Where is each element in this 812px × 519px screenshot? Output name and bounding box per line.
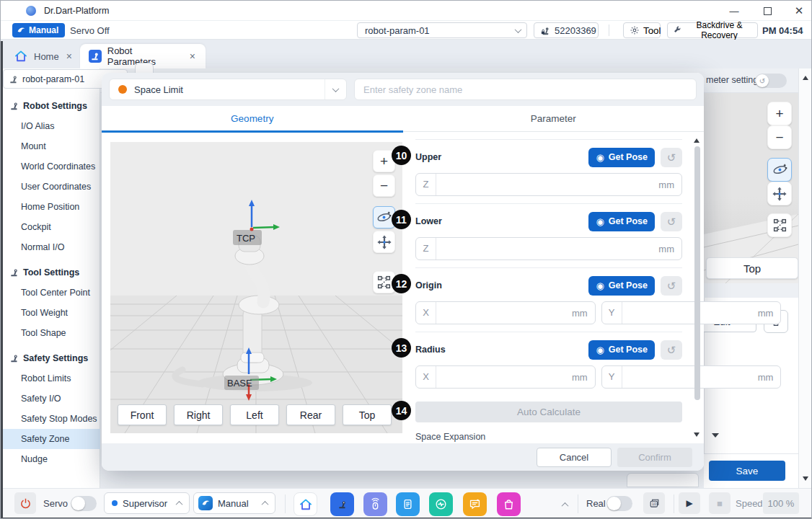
statusbar-divider <box>578 494 578 513</box>
scroll-down-icon[interactable] <box>803 476 808 484</box>
real-toggle[interactable] <box>606 496 632 511</box>
tool-button[interactable]: Tool <box>623 22 661 38</box>
reset-icon[interactable]: ↺ <box>661 148 682 167</box>
zone-form: 10Upper◉Get Pose↺Zmm11Lower◉Get Pose↺Zmm… <box>405 132 692 443</box>
get-pose-button[interactable]: ◉Get Pose <box>588 212 655 231</box>
sidebar-item-safety-i-o[interactable]: Safety I/O <box>1 389 100 409</box>
tab-home[interactable]: Home× <box>5 44 77 68</box>
origin-y-input[interactable] <box>622 308 758 319</box>
cancel-button[interactable]: Cancel <box>537 448 612 467</box>
panel-view-top-button[interactable]: Top <box>706 257 798 279</box>
zoom-out-button[interactable]: − <box>373 174 395 197</box>
close-button[interactable]: ✕ <box>787 1 811 20</box>
sidebar-item-user-coordinates[interactable]: User Coordinates <box>1 177 100 197</box>
backdrive-recovery-button[interactable]: Backdrive & Recovery <box>667 22 758 38</box>
dock-home-icon[interactable] <box>294 492 317 516</box>
reset-icon[interactable]: ↺ <box>661 340 682 360</box>
reset-icon[interactable]: ↺ <box>661 212 682 231</box>
view-front-button[interactable]: Front <box>118 404 167 425</box>
main-scrollbar[interactable] <box>798 68 812 488</box>
scroll-up-icon[interactable] <box>803 73 808 80</box>
dock-monitor-icon[interactable] <box>429 492 453 516</box>
sidebar-item-home-position[interactable]: Home Position <box>1 197 100 217</box>
zone-name-input[interactable] <box>354 79 697 100</box>
settings-toggle[interactable]: ↺ <box>755 74 787 88</box>
panel-orbit-button[interactable] <box>767 158 792 182</box>
servo-label: Servo <box>43 498 68 509</box>
reset-icon[interactable]: ↺ <box>661 276 682 296</box>
sidebar-item-mount[interactable]: Mount <box>1 136 100 156</box>
sidebar-item-nudge[interactable]: Nudge <box>1 449 100 469</box>
counter-button[interactable]: 10 <box>643 492 665 514</box>
sidebar-item-safety-zone[interactable]: Safety Zone <box>1 429 100 449</box>
panel-nodes-button[interactable] <box>767 213 792 237</box>
dock-robot-icon[interactable] <box>330 492 354 516</box>
chevron-down-icon <box>325 79 346 99</box>
sidebar-item-tool-shape[interactable]: Tool Shape <box>1 323 100 343</box>
sidebar-item-tool-center-point[interactable]: Tool Center Point <box>1 283 100 303</box>
get-pose-button[interactable]: ◉Get Pose <box>588 148 655 167</box>
panel-scroll-down-icon[interactable] <box>712 433 719 441</box>
view-top-button[interactable]: Top <box>343 404 392 425</box>
robot-param-select[interactable]: robot-param-01 <box>357 22 527 38</box>
zone-type-value: Space Limit <box>134 84 183 95</box>
power-button[interactable] <box>14 492 36 514</box>
radius-x-input[interactable] <box>436 372 572 383</box>
maximize-button[interactable] <box>755 1 780 20</box>
sidebar-item-tool-weight[interactable]: Tool Weight <box>1 303 100 323</box>
origin-x-input[interactable] <box>436 308 572 319</box>
pan-button[interactable] <box>373 231 395 253</box>
robot-3d-viewport[interactable]: TCP BASE + − FrontRightLe <box>110 142 402 433</box>
tab-close-icon[interactable]: × <box>65 50 74 62</box>
sidebar-item-normal-i-o[interactable]: Normal I/O <box>1 237 100 257</box>
dialog-scrollbar[interactable] <box>692 133 702 442</box>
auto-calculate-button[interactable]: Auto Calculate <box>415 402 682 422</box>
view-left-button[interactable]: Left <box>230 404 279 425</box>
tab-close-icon[interactable]: × <box>188 50 197 62</box>
mode-select[interactable]: Manual <box>193 492 275 514</box>
panel-pan-button[interactable] <box>767 182 792 205</box>
zone-section-origin: 12Origin◉Get Pose↺XmmYmm <box>415 268 682 332</box>
scrollbar-thumb[interactable] <box>694 146 700 400</box>
sidebar-item-i-o-alias[interactable]: I/O Alias <box>1 116 100 136</box>
panel-zoom-in-button[interactable]: + <box>767 102 792 125</box>
lower-z-input[interactable] <box>436 244 658 254</box>
get-pose-button[interactable]: ◉Get Pose <box>588 276 655 296</box>
section-label: Radius <box>415 345 446 355</box>
zone-type-select[interactable]: Space Limit <box>109 79 347 100</box>
dialog-tab-geometry[interactable]: Geometry <box>102 106 403 131</box>
panel-zoom-out-button[interactable]: − <box>767 125 792 149</box>
play-button[interactable]: ▶ <box>679 492 700 514</box>
minimize-button[interactable]: — <box>722 1 746 20</box>
scroll-up-icon[interactable] <box>694 136 700 143</box>
get-pose-button[interactable]: ◉Get Pose <box>588 340 655 360</box>
scroll-down-icon[interactable] <box>694 432 700 440</box>
sidebar-item-world-coordinates[interactable]: World Coordinates <box>1 156 100 177</box>
dock-collapse-icon[interactable] <box>562 502 569 510</box>
dialog-tab-parameter[interactable]: Parameter <box>403 106 705 131</box>
get-pose-label: Get Pose <box>609 152 648 162</box>
robot-icon <box>9 74 19 84</box>
sidebar-item-cockpit[interactable]: Cockpit <box>1 217 100 237</box>
view-rear-button[interactable]: Rear <box>286 404 335 425</box>
backdrive-label: Backdrive & Recovery <box>687 20 752 40</box>
role-select[interactable]: Supervisor <box>104 492 190 514</box>
dock-chat-icon[interactable] <box>463 492 487 516</box>
chevron-up-icon <box>176 500 183 507</box>
upper-z-input[interactable] <box>436 179 658 190</box>
sidebar-item-safety-stop-modes[interactable]: Safety Stop Modes <box>1 409 100 429</box>
stop-button[interactable]: ■ <box>709 492 731 514</box>
view-right-button[interactable]: Right <box>174 404 223 425</box>
dock-document-icon[interactable] <box>396 492 420 516</box>
robot-serial-badge[interactable]: 52203369 <box>534 22 599 38</box>
manual-mode-indicator[interactable]: Manual <box>12 23 65 37</box>
sidebar-item-robot-limits[interactable]: Robot Limits <box>1 368 100 389</box>
confirm-button[interactable]: Confirm <box>617 448 692 467</box>
radius-y-input[interactable] <box>622 372 758 383</box>
chevron-up-icon <box>262 500 269 507</box>
servo-toggle[interactable] <box>71 496 97 511</box>
dock-store-icon[interactable] <box>497 492 521 516</box>
dock-remote-icon[interactable] <box>363 492 387 516</box>
save-button[interactable]: Save <box>709 461 785 481</box>
dialog-footer: Cancel Confirm <box>102 443 704 471</box>
